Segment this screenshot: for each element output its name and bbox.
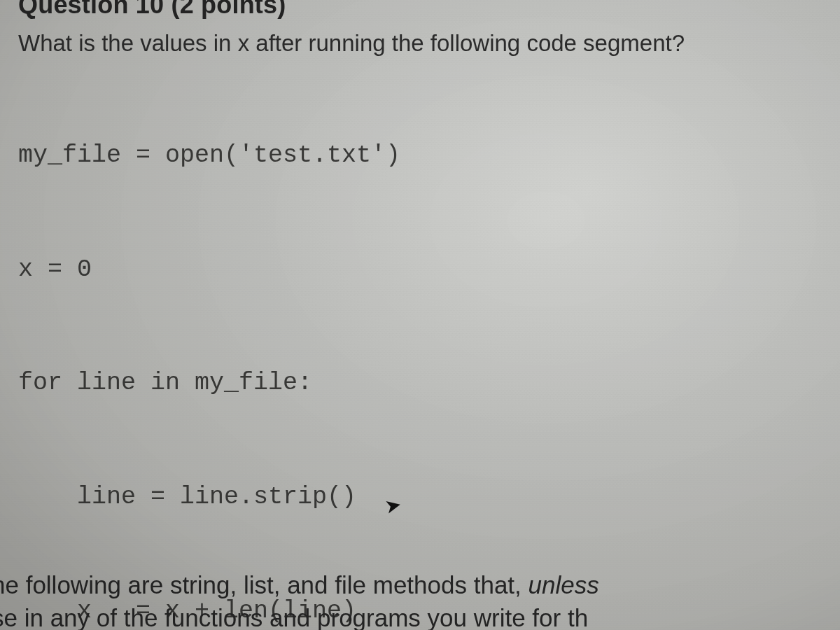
footer-line2: se in any of the functions and programs … — [0, 604, 588, 630]
question-header: Question 10 (2 points) — [18, 0, 822, 20]
code-segment: my_file = open('test.txt') x = 0 for lin… — [18, 60, 822, 630]
code-line: my_file = open('test.txt') — [18, 136, 822, 174]
question-prompt: What is the values in x after running th… — [18, 31, 822, 56]
code-line: line = line.strip() — [18, 478, 822, 516]
code-line: for line in my_file: — [18, 364, 822, 402]
code-line: x = 0 — [18, 251, 822, 288]
footer-line1-a: he following are string, list, and file … — [0, 571, 528, 598]
footer-text: he following are string, list, and file … — [0, 568, 840, 631]
footer-line1-em: unless — [528, 571, 599, 598]
question-page: Question 10 (2 points) What is the value… — [0, 0, 840, 630]
